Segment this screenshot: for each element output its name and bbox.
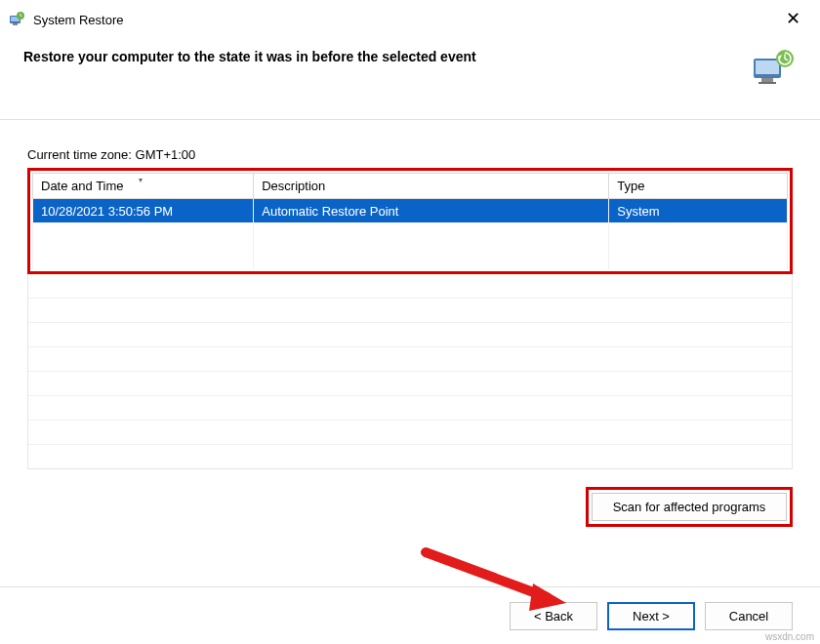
scan-highlight: Scan for affected programs — [586, 487, 793, 527]
col-description[interactable]: Description — [254, 174, 609, 199]
sort-descending-icon: ▾ — [139, 176, 143, 184]
cell-date: 10/28/2021 3:50:56 PM — [33, 199, 254, 223]
back-button[interactable]: < Back — [510, 602, 597, 630]
timezone-label: Current time zone: GMT+1:00 — [27, 147, 793, 162]
table-empty-area — [27, 274, 793, 469]
cancel-button[interactable]: Cancel — [705, 602, 793, 630]
table-row-empty — [33, 246, 788, 269]
svg-rect-5 — [756, 60, 779, 74]
restore-points-table[interactable]: Date and Time ▾ Description Type 10/28/2… — [32, 173, 788, 269]
col-type[interactable]: Type — [609, 174, 788, 199]
watermark: wsxdn.com — [765, 631, 814, 642]
wizard-header: Restore your computer to the state it wa… — [0, 35, 820, 119]
window-title: System Restore — [33, 13, 123, 27]
col-date-time[interactable]: Date and Time ▾ — [33, 174, 254, 199]
cell-type: System — [609, 199, 788, 223]
table-row-empty — [33, 222, 788, 246]
cell-description: Automatic Restore Point — [254, 199, 609, 223]
page-heading: Restore your computer to the state it wa… — [23, 49, 750, 64]
col-date-time-label: Date and Time — [41, 179, 124, 193]
app-icon — [8, 11, 25, 28]
titlebar: System Restore ✕ — [0, 0, 820, 35]
svg-rect-2 — [13, 23, 18, 25]
content-area: Current time zone: GMT+1:00 Date and Tim… — [0, 120, 820, 469]
table-row[interactable]: 10/28/2021 3:50:56 PM Automatic Restore … — [33, 199, 788, 223]
svg-rect-7 — [758, 82, 776, 84]
restore-hero-icon — [750, 49, 797, 90]
restore-points-highlight: Date and Time ▾ Description Type 10/28/2… — [27, 168, 793, 274]
scan-affected-programs-button[interactable]: Scan for affected programs — [592, 493, 787, 521]
scan-row: Scan for affected programs — [0, 469, 820, 527]
svg-rect-6 — [761, 78, 773, 82]
next-button[interactable]: Next > — [607, 602, 695, 630]
wizard-footer: < Back Next > Cancel — [0, 586, 820, 644]
close-icon[interactable]: ✕ — [776, 6, 810, 31]
system-restore-window: System Restore ✕ Restore your computer t… — [0, 0, 820, 644]
